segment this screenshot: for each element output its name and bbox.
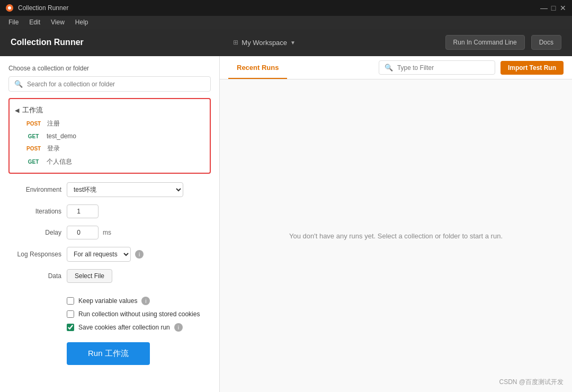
delay-unit: ms xyxy=(103,229,111,236)
method-badge-post-2: POST xyxy=(24,145,43,152)
import-test-run-button[interactable]: Import Test Run xyxy=(501,61,564,75)
title-bar-left: Collection Runner xyxy=(5,4,68,12)
menu-file[interactable]: File xyxy=(4,17,23,27)
log-info-icon[interactable]: i xyxy=(135,250,144,259)
form-row-delay: Delay ms xyxy=(8,226,211,239)
right-toolbar: 🔍 Import Test Run xyxy=(379,60,564,75)
environment-select[interactable]: test环境 xyxy=(67,182,183,197)
environment-control: test环境 xyxy=(67,182,211,197)
select-file-button[interactable]: Select File xyxy=(67,269,112,283)
app-header: Collection Runner ⊞ My Workspace ▼ Run I… xyxy=(0,29,572,56)
item-name-1: 注册 xyxy=(47,119,60,128)
delay-control: ms xyxy=(67,226,211,239)
menu-help[interactable]: Help xyxy=(71,17,93,27)
form-row-data: Data Select File xyxy=(8,269,211,283)
collection-folder[interactable]: ◀ 工作流 xyxy=(14,103,205,117)
title-bar: Collection Runner — □ ✕ xyxy=(0,0,572,16)
folder-name: 工作流 xyxy=(22,105,43,115)
folder-arrow-icon: ◀ xyxy=(15,107,19,114)
filter-box[interactable]: 🔍 xyxy=(379,60,495,75)
title-bar-controls[interactable]: — □ ✕ xyxy=(540,4,567,12)
method-badge-get-2: GET xyxy=(24,158,42,165)
method-badge-get-1: GET xyxy=(24,133,42,140)
title-bar-title: Collection Runner xyxy=(18,4,68,12)
app-icon xyxy=(5,4,14,12)
main-container: Choose a collection or folder 🔍 ◀ 工作流 PO… xyxy=(0,56,572,392)
checkbox-row-keep-variable: Keep variable values i xyxy=(8,297,211,305)
keep-variable-info-icon[interactable]: i xyxy=(141,297,150,305)
search-icon: 🔍 xyxy=(14,80,23,88)
right-header: Recent Runs 🔍 Import Test Run xyxy=(220,56,572,79)
save-cookies-checkbox[interactable] xyxy=(67,324,74,331)
checkbox-row-save-cookies: Save cookies after collection run i xyxy=(8,323,211,332)
svg-point-1 xyxy=(8,6,11,10)
workspace-arrow-icon: ▼ xyxy=(290,40,296,46)
choose-label: Choose a collection or folder xyxy=(8,65,211,72)
form-row-environment: Environment test环境 xyxy=(8,182,211,197)
form-row-log: Log Responses For all requests i xyxy=(8,247,211,262)
environment-label: Environment xyxy=(8,186,61,193)
command-line-button[interactable]: Run In Command Line xyxy=(445,35,525,50)
run-without-cookies-checkbox[interactable] xyxy=(67,310,74,318)
iterations-control xyxy=(67,204,211,218)
form-row-iterations: Iterations xyxy=(8,204,211,218)
header-actions: Run In Command Line Docs xyxy=(445,35,561,50)
empty-state: You don't have any runs yet. Select a co… xyxy=(220,79,572,392)
tabs: Recent Runs xyxy=(228,57,287,78)
right-panel: Recent Runs 🔍 Import Test Run You don't … xyxy=(220,56,572,392)
keep-variable-label: Keep variable values xyxy=(78,297,137,305)
collection-item-1[interactable]: POST 注册 xyxy=(14,117,205,130)
save-cookies-info-icon[interactable]: i xyxy=(174,323,183,332)
collection-item-3[interactable]: POST 登录 xyxy=(14,142,205,155)
maximize-button[interactable]: □ xyxy=(550,4,557,12)
tab-recent-runs[interactable]: Recent Runs xyxy=(228,57,287,79)
filter-icon: 🔍 xyxy=(385,64,393,72)
search-box[interactable]: 🔍 xyxy=(8,76,211,92)
workspace-icon: ⊞ xyxy=(233,39,238,46)
workspace-selector[interactable]: ⊞ My Workspace ▼ xyxy=(233,39,296,47)
method-badge-post-1: POST xyxy=(24,120,43,127)
close-button[interactable]: ✕ xyxy=(559,4,567,12)
watermark: CSDN @百度测试开发 xyxy=(499,378,564,387)
minimize-button[interactable]: — xyxy=(540,4,548,12)
data-label: Data xyxy=(8,272,61,280)
iterations-label: Iterations xyxy=(8,208,61,215)
data-control: Select File xyxy=(67,269,211,283)
collection-tree: ◀ 工作流 POST 注册 GET test_demo POST 登录 GET … xyxy=(8,98,211,174)
run-button-container: Run 工作流 xyxy=(8,342,211,365)
collection-item-2[interactable]: GET test_demo xyxy=(14,130,205,142)
app-title: Collection Runner xyxy=(11,38,84,47)
log-responses-control: For all requests i xyxy=(67,247,211,262)
left-panel: Choose a collection or folder 🔍 ◀ 工作流 PO… xyxy=(0,56,220,392)
menu-view[interactable]: View xyxy=(47,17,69,27)
run-without-cookies-label: Run collection without using stored cook… xyxy=(78,310,200,318)
menu-bar: File Edit View Help xyxy=(0,16,572,29)
item-name-3: 登录 xyxy=(47,144,60,153)
log-responses-select[interactable]: For all requests xyxy=(67,247,131,262)
item-name-4: 个人信息 xyxy=(47,157,72,166)
filter-input[interactable] xyxy=(397,64,489,72)
empty-state-text: You don't have any runs yet. Select a co… xyxy=(289,232,503,240)
collection-item-4[interactable]: GET 个人信息 xyxy=(14,155,205,168)
workspace-name: My Workspace xyxy=(242,39,287,47)
delay-label: Delay xyxy=(8,229,61,236)
keep-variable-checkbox[interactable] xyxy=(67,297,74,305)
search-input[interactable] xyxy=(27,81,205,88)
run-button[interactable]: Run 工作流 xyxy=(67,342,150,365)
docs-button[interactable]: Docs xyxy=(531,35,561,50)
delay-input[interactable] xyxy=(67,226,99,239)
checkbox-row-run-without-cookies: Run collection without using stored cook… xyxy=(8,310,211,318)
log-responses-label: Log Responses xyxy=(8,251,61,258)
save-cookies-label: Save cookies after collection run xyxy=(78,324,170,331)
menu-edit[interactable]: Edit xyxy=(25,17,44,27)
form-section: Environment test环境 Iterations Delay xyxy=(8,182,211,297)
iterations-input[interactable] xyxy=(67,204,99,218)
item-name-2: test_demo xyxy=(47,132,76,140)
